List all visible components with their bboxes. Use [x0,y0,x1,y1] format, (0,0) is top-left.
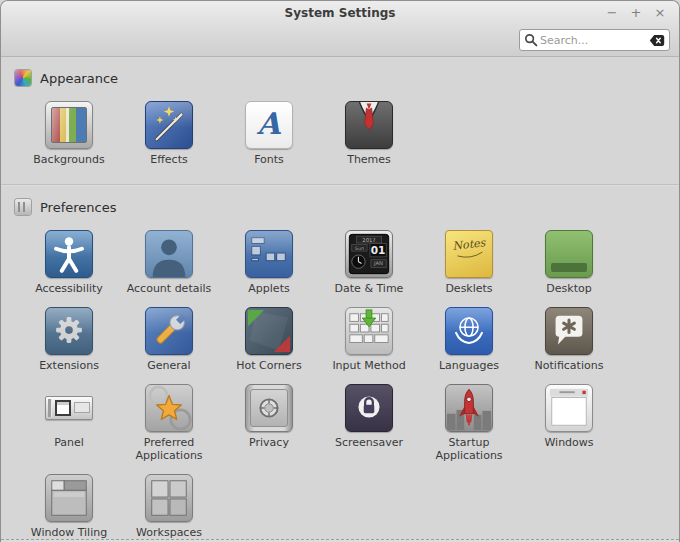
settings-item-label: Notifications [535,359,604,372]
notifications-icon [545,307,593,355]
svg-text:JAN: JAN [373,261,383,268]
settings-item-panel[interactable]: Panel [19,384,119,462]
settings-item-desktop[interactable]: Desktop [519,230,619,295]
svg-text:01: 01 [371,244,386,256]
settings-item-label: Desktop [546,282,591,295]
settings-item-label: Effects [150,153,187,166]
panel-icon [45,384,93,432]
settings-item-label: Themes [347,153,391,166]
general-icon [145,307,193,355]
settings-item-label: Preferred Applications [121,436,217,462]
workspaces-icon [145,474,193,522]
desktop-icon [545,230,593,278]
settings-item-label: Date & Time [335,282,404,295]
settings-item-label: Accessibility [35,282,103,295]
fonts-icon: A [245,101,293,149]
settings-item-extensions[interactable]: Extensions [19,307,119,372]
date-time-icon: 2017 Sun 01 JAN [345,230,393,278]
windows-icon [545,384,593,432]
titlebar: System Settings − + × [1,1,679,57]
languages-icon [445,307,493,355]
settings-item-languages[interactable]: Languages [419,307,519,372]
preferences-sliders-icon [15,199,31,215]
search-icon [524,33,538,47]
settings-item-input-method[interactable]: Input Method [319,307,419,372]
settings-content: Appearance Backgrounds [1,57,679,539]
maximize-button[interactable]: + [627,4,645,22]
appearance-rainbow-icon [15,70,31,86]
settings-item-label: Languages [439,359,499,372]
settings-item-label: Windows [544,436,593,449]
close-button[interactable]: × [651,4,669,22]
settings-item-themes[interactable]: Themes [319,101,419,166]
extensions-icon [45,307,93,355]
desklets-icon: Notes [445,230,493,278]
section-header-appearance: Appearance [1,57,679,87]
appearance-grid: Backgrounds Effects [19,101,627,166]
settings-item-label: Extensions [39,359,99,372]
settings-item-accessibility[interactable]: Accessibility [19,230,119,295]
settings-item-label: Privacy [249,436,289,449]
applets-icon [245,230,293,278]
section-header-preferences: Preferences [1,186,679,216]
preferences-section: Preferences Accessibility [1,186,679,539]
settings-item-label: Panel [54,436,84,449]
settings-item-preferred-applications[interactable]: Preferred Applications [119,384,219,462]
section-title: Appearance [40,71,118,86]
system-settings-window: System Settings − + × Appearance [0,0,680,542]
settings-item-workspaces[interactable]: Workspaces [119,474,219,539]
window-controls: − + × [603,4,669,22]
backgrounds-icon [45,101,93,149]
settings-item-notifications[interactable]: Notifications [519,307,619,372]
input-method-icon [345,307,393,355]
settings-item-label: Applets [248,282,289,295]
settings-item-backgrounds[interactable]: Backgrounds [19,101,119,166]
settings-item-windows[interactable]: Windows [519,384,619,462]
clear-search-icon[interactable] [649,34,665,47]
settings-item-label: General [147,359,190,372]
settings-item-fonts[interactable]: A Fonts [219,101,319,166]
settings-item-label: Account details [127,282,212,295]
settings-item-label: Desklets [445,282,492,295]
search-box[interactable] [519,29,670,51]
settings-item-effects[interactable]: Effects [119,101,219,166]
settings-item-window-tiling[interactable]: Window Tiling [19,474,119,539]
settings-item-label: Startup Applications [421,436,517,462]
settings-item-label: Input Method [332,359,405,372]
effects-icon [145,101,193,149]
section-title: Preferences [40,200,116,215]
settings-item-label: Backgrounds [33,153,104,166]
settings-item-screensaver[interactable]: Screensaver [319,384,419,462]
startup-applications-icon [445,384,493,432]
settings-item-label: Fonts [254,153,284,166]
account-details-icon [145,230,193,278]
themes-icon [345,101,393,149]
settings-item-account-details[interactable]: Account details [119,230,219,295]
settings-item-label: Window Tiling [31,526,107,539]
hot-corners-icon [245,307,293,355]
accessibility-icon [45,230,93,278]
settings-item-date-time[interactable]: 2017 Sun 01 JAN Date & Time [319,230,419,295]
settings-item-label: Workspaces [136,526,202,539]
preferred-applications-icon [145,384,193,432]
settings-item-startup-applications[interactable]: Startup Applications [419,384,519,462]
preferences-grid: Accessibility Account details [19,230,627,539]
settings-item-desklets[interactable]: Notes Desklets [419,230,519,295]
appearance-section: Appearance Backgrounds [1,57,679,186]
screensaver-icon [345,384,393,432]
settings-item-privacy[interactable]: Privacy [219,384,319,462]
minimize-button[interactable]: − [603,4,621,22]
settings-item-general[interactable]: General [119,307,219,372]
svg-text:Sun: Sun [355,246,364,251]
settings-item-label: Screensaver [335,436,403,449]
settings-item-label: Hot Corners [236,359,302,372]
svg-text:2017: 2017 [362,237,375,243]
window-title: System Settings [1,6,679,20]
window-tiling-icon [45,474,93,522]
privacy-icon [245,384,293,432]
settings-item-hot-corners[interactable]: Hot Corners [219,307,319,372]
settings-item-applets[interactable]: Applets [219,230,319,295]
search-input[interactable] [538,33,649,48]
